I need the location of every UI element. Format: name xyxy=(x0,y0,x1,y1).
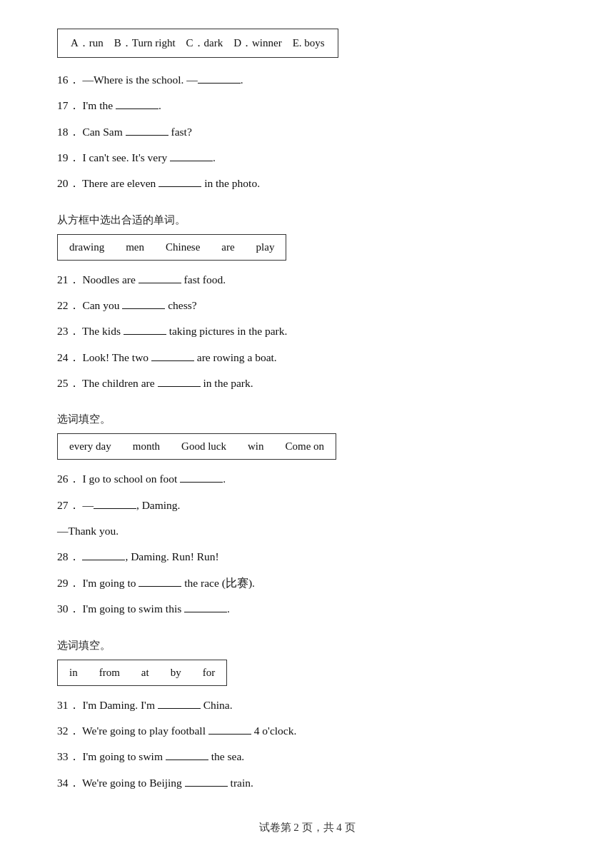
q18-blank xyxy=(126,135,168,136)
question-27: 27． —, Daming. xyxy=(57,496,557,515)
q24-blank xyxy=(151,360,194,361)
q17-text: I'm the xyxy=(82,99,116,111)
q25-blank xyxy=(158,386,201,387)
question-29: 29． I'm going to the race (比赛). xyxy=(57,574,557,592)
question-32: 32． We're going to play football 4 o'clo… xyxy=(57,722,557,740)
q16-num: 16． xyxy=(57,74,80,86)
section3-box-content: every day month Good luck win Come on xyxy=(69,440,324,452)
q19-num: 19． xyxy=(57,151,80,163)
question-19: 19． I can't see. It's very . xyxy=(57,148,557,167)
question-20: 20． There are eleven in the photo. xyxy=(57,174,557,193)
q33-blank xyxy=(166,760,208,760)
question-18: 18． Can Sam fast? xyxy=(57,123,557,141)
q22-blank xyxy=(122,308,165,309)
top-box-content: A．run B．Turn right C．dark D．winner E. bo… xyxy=(71,37,325,49)
section2-word-box: drawing men Chinese are play xyxy=(57,234,286,261)
section4-box-content: in from at by for xyxy=(69,667,215,678)
section3-word-box: every day month Good luck win Come on xyxy=(57,433,336,460)
q18-text: Can Sam xyxy=(82,126,125,138)
q16-text: —Where is the school. — xyxy=(82,74,197,86)
question-22: 22． Can you chess? xyxy=(57,296,557,315)
q18-num: 18． xyxy=(57,126,80,138)
q27-blank xyxy=(94,508,136,509)
question-17: 17． I'm the . xyxy=(57,96,557,115)
q19-text: I can't see. It's very xyxy=(82,151,170,163)
q21-blank xyxy=(139,283,181,283)
section3-title: 选词填空。 xyxy=(57,413,557,426)
question-30: 30． I'm going to swim this . xyxy=(57,600,557,618)
q31-blank xyxy=(158,708,201,709)
section4-title: 选词填空。 xyxy=(57,639,557,652)
q16-blank xyxy=(198,83,241,84)
page-footer: 试卷第 2 页，共 4 页 xyxy=(57,821,557,834)
q32-blank xyxy=(208,734,251,735)
question-21: 21． Noodles are fast food. xyxy=(57,271,557,289)
question-31: 31． I'm Daming. I'm China. xyxy=(57,696,557,715)
section2-title: 从方框中选出合适的单词。 xyxy=(57,213,557,227)
question-34: 34． We're going to Beijing train. xyxy=(57,774,557,792)
top-word-box: A．run B．Turn right C．dark D．winner E. bo… xyxy=(57,29,338,58)
q17-num: 17． xyxy=(57,99,80,111)
question-33: 33． I'm going to swim the sea. xyxy=(57,747,557,766)
q20-num: 20． xyxy=(57,177,80,189)
question-25: 25． The children are in the park. xyxy=(57,374,557,393)
question-28: 28． , Daming. Run! Run! xyxy=(57,547,557,566)
question-27b: —Thank you. xyxy=(57,522,557,540)
q34-blank xyxy=(185,786,228,787)
question-26: 26． I go to school on foot . xyxy=(57,470,557,488)
q29-blank xyxy=(139,586,181,587)
q28-blank xyxy=(82,560,125,560)
question-16: 16． —Where is the school. —. xyxy=(57,71,557,89)
question-24: 24． Look! The two are rowing a boat. xyxy=(57,348,557,367)
footer-text: 试卷第 2 页，共 4 页 xyxy=(259,822,356,833)
q20-blank xyxy=(158,186,201,187)
q19-blank xyxy=(170,161,213,161)
question-23: 23． The kids taking pictures in the park… xyxy=(57,322,557,340)
q23-blank xyxy=(124,334,166,335)
section2-box-content: drawing men Chinese are play xyxy=(69,241,274,253)
section4-word-box: in from at by for xyxy=(57,660,227,686)
q30-blank xyxy=(184,612,227,612)
q20-text: There are eleven xyxy=(82,177,158,189)
q26-blank xyxy=(180,482,223,483)
q17-blank xyxy=(116,108,158,109)
